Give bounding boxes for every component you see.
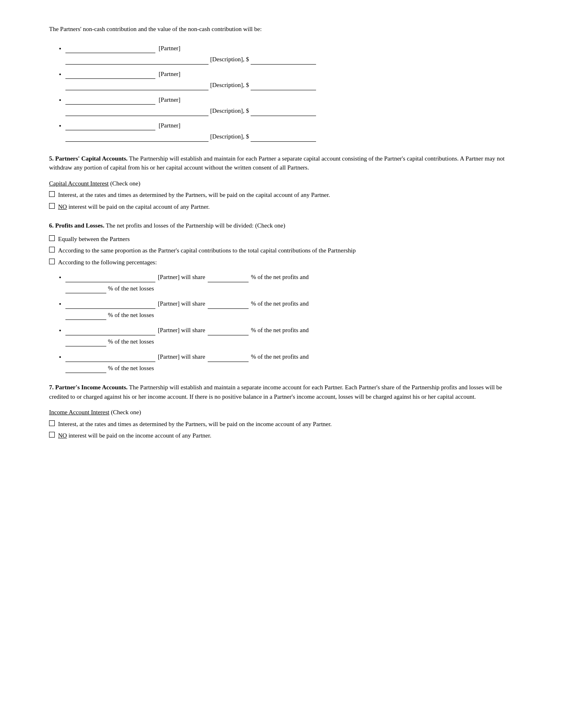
- partner-2-name-field[interactable]: [65, 69, 155, 79]
- partner-contributions-list: [Partner] [Description], $ [Partner] [De…: [65, 44, 514, 142]
- profit-partner-3-net-profits: % of the net profits and: [251, 326, 309, 335]
- list-item: [Partner] will share % of the net profit…: [65, 272, 514, 293]
- profit-partner-3-name[interactable]: [65, 326, 155, 335]
- partner-line-row-2: [Partner]: [65, 69, 514, 79]
- checkbox-6-1: Equally between the Partners: [49, 234, 514, 244]
- checkbox-item-1: Interest, at the rates and times as dete…: [49, 190, 514, 200]
- section-6-number: 6.: [49, 222, 54, 229]
- checkbox-1[interactable]: [49, 191, 55, 197]
- section-5-number: 5.: [49, 155, 54, 162]
- profit-partner-1-name[interactable]: [65, 272, 155, 282]
- partner-1-dollar-field[interactable]: [251, 55, 316, 65]
- checkbox-7-1-label: Interest, at the rates and times as dete…: [58, 420, 514, 429]
- profit-partner-4-pct[interactable]: [208, 352, 249, 362]
- partner-4-desc-label: [Description], $: [210, 132, 249, 141]
- profit-partner-3-pct[interactable]: [208, 326, 249, 335]
- checkbox-2[interactable]: [49, 203, 55, 209]
- partner-3-dollar-field[interactable]: [251, 106, 316, 116]
- checkbox-7-1-box[interactable]: [49, 420, 55, 426]
- profit-partner-2-net-losses: % of the net losses: [108, 310, 154, 320]
- capital-account-interest: Capital Account Interest (Check one): [49, 179, 514, 188]
- intro-paragraph: The Partners' non-cash contribution and …: [49, 25, 514, 34]
- profit-partner-1-loss-pct[interactable]: [65, 284, 106, 294]
- checkbox-7-2-box[interactable]: [49, 432, 55, 438]
- partner-2-dollar-field[interactable]: [251, 80, 316, 90]
- checkbox-2-label: NO interest will be paid on the capital …: [58, 202, 514, 212]
- income-interest-heading: Income Account Interest: [49, 409, 109, 415]
- partner-item-1: [Partner] [Description], $: [65, 44, 514, 65]
- section-6-body: The net profits and losses of the Partne…: [106, 222, 285, 229]
- profit-item-1: [Partner] will share % of the net profit…: [65, 272, 514, 293]
- partner-2-description-field[interactable]: [65, 80, 209, 90]
- checkbox-7-2-suffix: interest will be paid on the income acco…: [67, 432, 211, 439]
- checkbox-6-2-box[interactable]: [49, 247, 55, 252]
- section-5-checkboxes: Interest, at the rates and times as dete…: [49, 190, 514, 211]
- checkbox-7-2-no: NO: [58, 432, 67, 439]
- section-7: 7. Partner's Income Accounts. The Partne…: [49, 383, 514, 440]
- profit-partner-3-will-share: [Partner] will share: [158, 326, 205, 335]
- checkbox-7-2: NO interest will be paid on the income a…: [49, 431, 514, 440]
- profit-partner-3-loss-pct[interactable]: [65, 337, 106, 347]
- partner-4-description-field[interactable]: [65, 132, 209, 142]
- profit-line-row-2: [Partner] will share % of the net profit…: [65, 299, 514, 309]
- section-6-title: Profits and Losses.: [55, 222, 104, 229]
- partner-3-name-field[interactable]: [65, 95, 155, 105]
- profit-partner-2-loss-pct[interactable]: [65, 310, 106, 320]
- checkbox-6-2-label: According to the same proportion as the …: [58, 246, 514, 255]
- checkbox-6-1-box[interactable]: [49, 235, 55, 241]
- partner-3-description-field[interactable]: [65, 106, 209, 116]
- partner-4-label: [Partner]: [159, 121, 180, 130]
- profit-partner-1-net-losses: % of the net losses: [108, 284, 154, 293]
- partner-line-row-1: [Partner]: [65, 44, 514, 54]
- section-5: 5. Partners' Capital Accounts. The Partn…: [49, 154, 514, 212]
- profit-line-row2-2: % of the net losses: [65, 310, 514, 320]
- list-item: [Partner] will share % of the net profit…: [65, 352, 514, 373]
- section-6-checkboxes: Equally between the Partners According t…: [49, 234, 514, 267]
- checkbox-6-3-label: According to the following percentages:: [58, 258, 514, 267]
- description-row-1: [Description], $: [65, 55, 514, 65]
- profit-partner-2-name[interactable]: [65, 299, 155, 309]
- profit-partner-1-will-share: [Partner] will share: [158, 272, 205, 282]
- checkbox-1-label: Interest, at the rates and times as dete…: [58, 190, 514, 200]
- checkbox-item-2: NO interest will be paid on the capital …: [49, 202, 514, 212]
- partner-3-label: [Partner]: [159, 95, 180, 105]
- profit-partner-1-net-profits: % of the net profits and: [251, 272, 309, 282]
- profit-partner-4-net-losses: % of the net losses: [108, 364, 154, 373]
- partner-4-dollar-field[interactable]: [251, 132, 316, 142]
- profit-partner-2-pct[interactable]: [208, 299, 249, 309]
- profit-line-row-4: [Partner] will share % of the net profit…: [65, 352, 514, 362]
- profit-partner-4-loss-pct[interactable]: [65, 364, 106, 373]
- section-7-paragraph: 7. Partner's Income Accounts. The Partne…: [49, 383, 514, 401]
- partner-item-4: [Partner] [Description], $: [65, 121, 514, 142]
- checkbox-6-3-box[interactable]: [49, 259, 55, 264]
- partner-3-desc-label: [Description], $: [210, 106, 249, 116]
- checkbox-6-2: According to the same proportion as the …: [49, 246, 514, 255]
- checkbox-6-3: According to the following percentages:: [49, 258, 514, 267]
- description-row-4: [Description], $: [65, 132, 514, 142]
- partner-item-2: [Partner] [Description], $: [65, 69, 514, 90]
- checkbox-7-2-label: NO interest will be paid on the income a…: [58, 431, 514, 440]
- partner-2-desc-label: [Description], $: [210, 80, 249, 90]
- profit-partner-4-will-share: [Partner] will share: [158, 352, 205, 362]
- partner-4-name-field[interactable]: [65, 121, 155, 131]
- profit-line-row-1: [Partner] will share % of the net profit…: [65, 272, 514, 282]
- description-row-2: [Description], $: [65, 80, 514, 90]
- profit-item-3: [Partner] will share % of the net profit…: [65, 326, 514, 346]
- checkbox-6-1-label: Equally between the Partners: [58, 234, 514, 244]
- partner-1-description-field[interactable]: [65, 55, 209, 65]
- profit-line-row2-3: % of the net losses: [65, 337, 514, 347]
- partner-line-row-3: [Partner]: [65, 95, 514, 105]
- profit-line-row-3: [Partner] will share % of the net profit…: [65, 326, 514, 335]
- partner-1-name-field[interactable]: [65, 44, 155, 54]
- profit-partner-4-name[interactable]: [65, 352, 155, 362]
- profit-partner-4-net-profits: % of the net profits and: [251, 352, 309, 362]
- list-item: [Partner] [Description], $: [65, 69, 514, 90]
- checkbox-2-suffix: interest will be paid on the capital acc…: [67, 203, 210, 210]
- checkbox-7-1: Interest, at the rates and times as dete…: [49, 420, 514, 429]
- list-item: [Partner] [Description], $: [65, 121, 514, 142]
- description-row-3: [Description], $: [65, 106, 514, 116]
- section-7-checkboxes: Interest, at the rates and times as dete…: [49, 420, 514, 440]
- profit-partner-3-net-losses: % of the net losses: [108, 337, 154, 346]
- profit-loss-list: [Partner] will share % of the net profit…: [65, 272, 514, 373]
- profit-partner-1-pct[interactable]: [208, 272, 249, 282]
